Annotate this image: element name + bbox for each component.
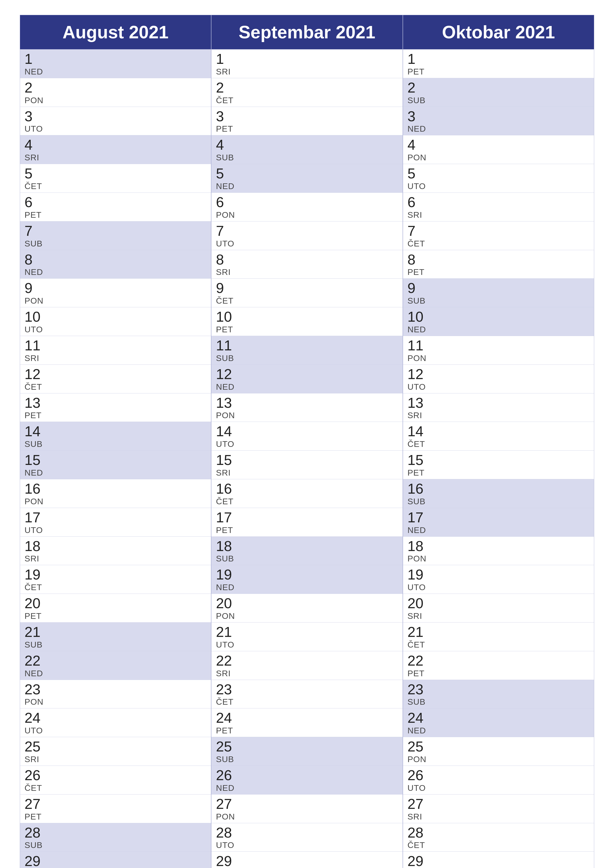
day-name: PET	[407, 468, 589, 477]
day-name: PON	[407, 554, 589, 563]
day-name: SUB	[407, 497, 589, 506]
day-cell: 6SRI	[403, 193, 594, 222]
day-cell: 26ČET	[20, 766, 211, 795]
day-cell: 16SUB	[403, 479, 594, 508]
day-name: PET	[25, 611, 207, 621]
day-name: SUB	[216, 554, 398, 563]
day-number: 10	[25, 309, 207, 325]
day-name: SRI	[407, 812, 589, 822]
day-name: PON	[216, 411, 398, 420]
day-name: NED	[25, 668, 207, 678]
day-cell: 2PON	[20, 78, 211, 107]
day-number: 27	[25, 796, 207, 812]
day-name: PET	[407, 668, 589, 678]
day-cell: 28UTO	[211, 823, 402, 852]
days-grid: 1NED2PON3UTO4SRI5ČET6PET7SUB8NED9PON10UT…	[20, 50, 594, 868]
day-name: ČET	[216, 296, 398, 305]
day-cell: 20PET	[20, 594, 211, 623]
day-name: SRI	[216, 267, 398, 277]
day-cell: 21ČET	[403, 623, 594, 651]
day-number: 21	[407, 624, 589, 640]
day-cell: 5UTO	[403, 164, 594, 193]
day-name: PET	[216, 525, 398, 535]
day-cell: 10PET	[211, 307, 402, 336]
day-cell: 19NED	[211, 565, 402, 594]
day-name: ČET	[25, 783, 207, 793]
day-cell: 25SRI	[20, 737, 211, 766]
day-number: 7	[25, 223, 207, 239]
day-number: 25	[407, 739, 589, 755]
day-name: PON	[407, 153, 589, 162]
day-cell: 15NED	[20, 451, 211, 479]
day-name: SRI	[25, 153, 207, 162]
day-number: 5	[25, 166, 207, 181]
day-name: UTO	[216, 840, 398, 850]
day-name: SRI	[407, 611, 589, 621]
day-cell: 9SUB	[403, 279, 594, 307]
day-cell: 4PON	[403, 135, 594, 164]
day-number: 11	[25, 338, 207, 353]
day-name: SUB	[25, 239, 207, 248]
day-cell: 29SRI	[211, 852, 402, 868]
day-name: SUB	[25, 439, 207, 449]
day-name: NED	[25, 67, 207, 76]
day-name: PON	[407, 353, 589, 363]
day-name: SRI	[216, 67, 398, 76]
day-name: NED	[407, 726, 589, 735]
day-cell: 28SUB	[20, 823, 211, 852]
day-number: 4	[216, 137, 398, 153]
day-number: 4	[25, 137, 207, 153]
day-number: 12	[216, 366, 398, 382]
day-number: 17	[407, 510, 589, 525]
day-name: NED	[216, 382, 398, 392]
day-cell: 19ČET	[20, 565, 211, 594]
day-cell: 23ČET	[211, 680, 402, 708]
day-cell: 17UTO	[20, 508, 211, 537]
day-cell: 26UTO	[403, 766, 594, 795]
day-number: 28	[216, 825, 398, 840]
day-number: 16	[216, 481, 398, 497]
day-cell: 13PET	[20, 394, 211, 422]
day-cell: 9PON	[20, 279, 211, 307]
day-number: 3	[216, 108, 398, 124]
day-cell: 7UTO	[211, 222, 402, 250]
day-cell: 22SRI	[211, 651, 402, 680]
day-cell: 12ČET	[20, 365, 211, 394]
day-name: ČET	[25, 181, 207, 191]
day-cell: 22NED	[20, 651, 211, 680]
day-cell: 27PET	[20, 795, 211, 823]
day-number: 11	[407, 338, 589, 353]
day-name: SRI	[25, 353, 207, 363]
day-name: UTO	[216, 439, 398, 449]
day-name: PON	[407, 755, 589, 764]
day-number: 20	[216, 595, 398, 611]
day-cell: 14SUB	[20, 422, 211, 451]
day-number: 5	[216, 166, 398, 181]
day-number: 19	[25, 567, 207, 583]
day-cell: 25SUB	[211, 737, 402, 766]
day-number: 5	[407, 166, 589, 181]
day-number: 24	[407, 710, 589, 726]
header-row: August 2021 Septembar 2021 Oktobar 2021	[20, 15, 594, 50]
day-name: UTO	[407, 583, 589, 592]
day-name: PET	[25, 210, 207, 220]
month-header-september: Septembar 2021	[211, 15, 403, 50]
day-number: 4	[407, 137, 589, 153]
day-name: ČET	[407, 439, 589, 449]
day-name: SRI	[407, 210, 589, 220]
day-cell: 20PON	[211, 594, 402, 623]
day-number: 7	[407, 223, 589, 239]
day-number: 18	[216, 538, 398, 554]
day-name: ČET	[407, 239, 589, 248]
day-cell: 16PON	[20, 479, 211, 508]
day-name: NED	[407, 124, 589, 133]
day-cell: 5NED	[211, 164, 402, 193]
day-number: 24	[25, 710, 207, 726]
day-name: SRI	[216, 668, 398, 678]
day-number: 16	[407, 481, 589, 497]
day-number: 13	[216, 395, 398, 411]
day-number: 28	[25, 825, 207, 840]
day-number: 9	[25, 280, 207, 296]
day-name: PON	[25, 96, 207, 105]
day-number: 1	[25, 51, 207, 67]
